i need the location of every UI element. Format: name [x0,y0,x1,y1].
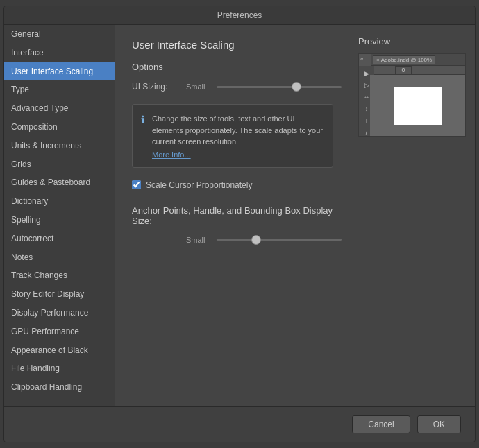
sidebar-item-composition[interactable]: Composition [4,118,115,137]
ui-sizing-row: UI Sizing: Small Large [132,82,333,92]
preferences-dialog: Preferences GeneralInterfaceUser Interfa… [3,6,476,442]
sidebar-item-interface[interactable]: Interface [4,44,115,62]
tab-label: Adobe.indd @ 100% [381,57,432,63]
anchor-sizing-slider[interactable] [217,239,342,241]
sidebar-item-autocorrect[interactable]: Autocorrect [4,230,115,248]
tab-close-icon: × [376,57,380,63]
sidebar-item-file-handling[interactable]: File Handling [4,359,115,378]
ruler-input-horizontal[interactable] [395,66,412,74]
scale-cursor-checkbox[interactable] [132,180,141,189]
info-text: Change the size of tools, text and other… [152,114,323,146]
sidebar-item-user-interface-scaling[interactable]: User Interface Scaling [4,62,115,81]
sidebar-item-grids[interactable]: Grids [4,155,115,174]
more-info-link[interactable]: More Info... [152,150,324,159]
sidebar-item-general[interactable]: General [4,25,115,44]
preview-box: « × Adobe.indd @ 100% ▶ ▷ ↔ ↕ T / [358,53,466,137]
preview-tab-bar: × Adobe.indd @ 100% [371,54,465,66]
small-label: Small [186,83,211,91]
ok-button[interactable]: OK [417,415,461,433]
sidebar-item-track-changes[interactable]: Track Changes [4,266,115,285]
options-label: Options [132,62,333,72]
sidebar-item-guides-pasteboard[interactable]: Guides & Pasteboard [4,173,115,192]
info-content: Change the size of tools, text and other… [152,113,324,159]
scale-cursor-label: Scale Cursor Proportionately [146,180,252,190]
sidebar-item-story-editor-display[interactable]: Story Editor Display [4,285,115,304]
sidebar-item-appearance-of-black[interactable]: Appearance of Black [4,341,115,360]
dialog-title: Preferences [4,6,475,25]
sidebar-item-advanced-type[interactable]: Advanced Type [4,99,115,118]
ui-sizing-slider[interactable] [217,86,342,88]
anchor-sizing-row: Small Large [132,236,333,244]
sidebar-item-type[interactable]: Type [4,80,115,99]
sidebar: GeneralInterfaceUser Interface ScalingTy… [4,25,115,406]
preview-canvas [370,75,465,136]
double-arrow-icon: « [360,55,364,62]
ui-sizing-slider-container: Small Large [186,83,350,91]
sidebar-item-dictionary[interactable]: Dictionary [4,192,115,211]
main-content: User Interface Scaling Options UI Sizing… [115,25,350,406]
anchor-slider-container: Small Large [186,236,350,244]
cancel-button[interactable]: Cancel [352,415,410,433]
ui-sizing-label: UI Sizing: [132,82,179,92]
preview-tab: × Adobe.indd @ 100% [373,55,435,64]
anchor-small-label: Small [186,236,211,244]
sidebar-item-clipboard-handling[interactable]: Clipboard Handling [4,378,115,397]
dialog-footer: Cancel OK [4,406,475,442]
scale-cursor-row: Scale Cursor Proportionately [132,180,333,190]
ruler-horizontal [374,66,465,75]
sidebar-item-units-increments[interactable]: Units & Increments [4,137,115,155]
sidebar-item-spelling[interactable]: Spelling [4,211,115,230]
sidebar-item-gpu-performance[interactable]: GPU Performance [4,322,115,341]
preview-panel: Preview « × Adobe.indd @ 100% ▶ ▷ ↔ ↕ [350,25,475,406]
page-title: User Interface Scaling [132,39,333,51]
preview-page [394,87,442,125]
sidebar-item-display-performance[interactable]: Display Performance [4,304,115,322]
anchor-section-title: Anchor Points, Handle, and Bounding Box … [132,205,333,226]
sidebar-item-notes[interactable]: Notes [4,248,115,267]
info-box: ℹ Change the size of tools, text and oth… [132,104,333,168]
dialog-body: GeneralInterfaceUser Interface ScalingTy… [4,25,475,406]
preview-title: Preview [358,36,467,46]
info-icon: ℹ [141,114,145,126]
